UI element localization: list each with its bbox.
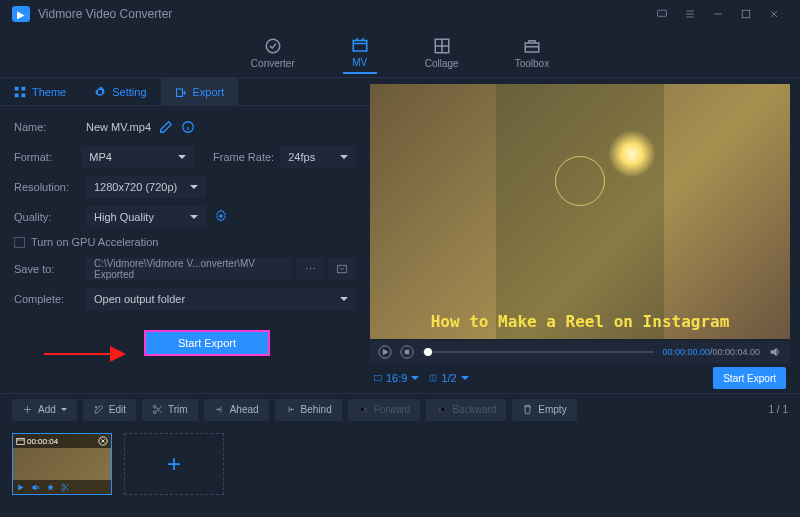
svg-point-20 bbox=[153, 411, 156, 414]
pagination: 1 / 1 bbox=[769, 404, 788, 415]
nav-converter[interactable]: Converter bbox=[243, 33, 303, 73]
nav-label: Converter bbox=[251, 58, 295, 69]
svg-rect-10 bbox=[176, 89, 182, 97]
app-title: Vidmore Video Converter bbox=[38, 7, 172, 21]
svg-rect-22 bbox=[17, 438, 25, 444]
format-label: Format: bbox=[14, 151, 81, 163]
svg-rect-17 bbox=[405, 350, 409, 354]
resolution-select[interactable]: 1280x720 (720p) bbox=[86, 176, 206, 198]
nav-label: Toolbox bbox=[515, 58, 549, 69]
maximize-icon[interactable] bbox=[732, 4, 760, 24]
clip-effects-icon[interactable] bbox=[46, 483, 55, 492]
framerate-select[interactable]: 24fps bbox=[280, 146, 356, 168]
empty-button[interactable]: Empty bbox=[512, 399, 576, 421]
nav-collage[interactable]: Collage bbox=[417, 33, 467, 73]
app-logo: ▶ bbox=[12, 6, 30, 22]
volume-icon[interactable] bbox=[768, 345, 782, 359]
nav-label: Collage bbox=[425, 58, 459, 69]
svg-rect-7 bbox=[22, 86, 26, 90]
nav-mv[interactable]: MV bbox=[343, 32, 377, 74]
stop-icon[interactable] bbox=[400, 345, 414, 359]
collage-icon bbox=[433, 37, 451, 55]
toolbox-icon bbox=[523, 37, 541, 55]
gpu-checkbox[interactable]: Turn on GPU Acceleration bbox=[14, 236, 356, 248]
add-button[interactable]: Add bbox=[12, 399, 77, 421]
svg-rect-13 bbox=[338, 265, 347, 273]
saveto-label: Save to: bbox=[14, 263, 86, 275]
svg-point-12 bbox=[219, 214, 223, 218]
start-export-button[interactable]: Start Export bbox=[144, 330, 270, 356]
clip-duration: 00:00:04 bbox=[27, 437, 58, 446]
nav-toolbox[interactable]: Toolbox bbox=[507, 33, 557, 73]
info-icon[interactable] bbox=[181, 120, 195, 134]
tab-label: Setting bbox=[112, 86, 146, 98]
timeline-clip[interactable]: 00:00:04 bbox=[12, 433, 112, 495]
time-display: 00:00:00.00/00:00:04.00 bbox=[662, 347, 760, 357]
tab-export[interactable]: Export bbox=[161, 78, 239, 105]
tab-label: Export bbox=[193, 86, 225, 98]
progress-bar[interactable] bbox=[422, 351, 654, 353]
add-clip-button[interactable]: + bbox=[124, 433, 224, 495]
nav-label: MV bbox=[352, 57, 367, 68]
annotation-arrow bbox=[44, 346, 134, 362]
forward-button[interactable]: Forward bbox=[348, 399, 421, 421]
svg-point-21 bbox=[153, 405, 156, 408]
clip-play-icon[interactable] bbox=[16, 483, 25, 492]
quality-label: Quality: bbox=[14, 211, 86, 223]
open-folder-icon[interactable] bbox=[328, 258, 356, 280]
format-select[interactable]: MP4 bbox=[81, 146, 194, 168]
trim-button[interactable]: Trim bbox=[142, 399, 198, 421]
video-preview[interactable]: How to Make a Reel on Instagram bbox=[370, 84, 790, 339]
edit-button[interactable]: Edit bbox=[83, 399, 136, 421]
saveto-path[interactable]: C:\Vidmore\Vidmore V...onverter\MV Expor… bbox=[86, 258, 292, 280]
complete-label: Complete: bbox=[14, 293, 86, 305]
name-value[interactable]: New MV.mp4 bbox=[86, 121, 151, 133]
checkbox-box[interactable] bbox=[14, 237, 25, 248]
behind-button[interactable]: Behind bbox=[275, 399, 342, 421]
export-icon bbox=[175, 86, 187, 98]
svg-rect-1 bbox=[742, 10, 750, 18]
svg-rect-18 bbox=[375, 376, 382, 381]
feedback-icon[interactable] bbox=[648, 4, 676, 24]
page-select[interactable]: 1/2 bbox=[429, 372, 468, 384]
tab-setting[interactable]: Setting bbox=[80, 78, 160, 105]
svg-rect-9 bbox=[22, 93, 26, 97]
play-icon[interactable] bbox=[378, 345, 392, 359]
browse-button[interactable]: ⋯ bbox=[296, 258, 324, 280]
quality-settings-icon[interactable] bbox=[214, 209, 228, 225]
tab-theme[interactable]: Theme bbox=[0, 78, 80, 105]
menu-icon[interactable] bbox=[676, 4, 704, 24]
aspect-select[interactable]: 16:9 bbox=[374, 372, 419, 384]
quality-select[interactable]: High Quality bbox=[86, 206, 206, 228]
gear-icon bbox=[94, 86, 106, 98]
tab-label: Theme bbox=[32, 86, 66, 98]
complete-select[interactable]: Open output folder bbox=[86, 288, 356, 310]
remove-clip-icon[interactable] bbox=[98, 436, 108, 446]
gpu-label: Turn on GPU Acceleration bbox=[31, 236, 158, 248]
clip-mute-icon[interactable] bbox=[31, 483, 40, 492]
start-export-mini-button[interactable]: Start Export bbox=[713, 367, 786, 389]
svg-rect-8 bbox=[15, 93, 19, 97]
backward-button[interactable]: Backward bbox=[426, 399, 506, 421]
name-label: Name: bbox=[14, 121, 86, 133]
svg-rect-6 bbox=[15, 86, 19, 90]
edit-name-icon[interactable] bbox=[159, 120, 173, 134]
svg-rect-3 bbox=[353, 40, 367, 51]
framerate-label: Frame Rate: bbox=[213, 151, 280, 163]
svg-point-2 bbox=[266, 39, 280, 53]
minimize-icon[interactable] bbox=[704, 4, 732, 24]
preview-caption: How to Make a Reel on Instagram bbox=[370, 312, 790, 331]
clip-trim-icon[interactable] bbox=[61, 483, 70, 492]
converter-icon bbox=[264, 37, 282, 55]
mv-icon bbox=[351, 36, 369, 54]
resolution-label: Resolution: bbox=[14, 181, 86, 193]
close-icon[interactable] bbox=[760, 4, 788, 24]
theme-icon bbox=[14, 86, 26, 98]
ahead-button[interactable]: Ahead bbox=[204, 399, 269, 421]
